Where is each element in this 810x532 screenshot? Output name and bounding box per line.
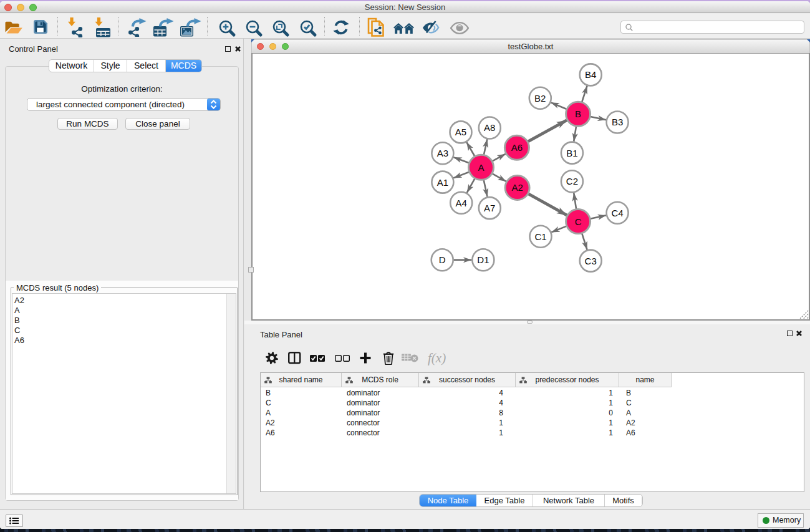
svg-text:B1: B1 xyxy=(566,148,577,158)
svg-text:B3: B3 xyxy=(612,117,623,127)
svg-text:A8: A8 xyxy=(484,122,495,133)
svg-text:f(x): f(x) xyxy=(428,351,446,365)
svg-text:A6: A6 xyxy=(511,142,523,153)
svg-text:A7: A7 xyxy=(484,203,495,213)
svg-text:A4: A4 xyxy=(456,198,467,208)
svg-text:C2: C2 xyxy=(566,176,578,186)
svg-text:C1: C1 xyxy=(534,231,546,242)
svg-text:C3: C3 xyxy=(585,256,597,266)
svg-text:B2: B2 xyxy=(534,93,546,104)
svg-text:B4: B4 xyxy=(585,69,596,80)
svg-text:B: B xyxy=(575,109,581,119)
svg-text:C: C xyxy=(575,216,582,227)
svg-text:A1: A1 xyxy=(437,177,448,188)
svg-text:A3: A3 xyxy=(437,148,448,158)
svg-text:A5: A5 xyxy=(455,127,466,137)
svg-text:A: A xyxy=(478,162,484,173)
svg-text:D: D xyxy=(439,254,446,265)
svg-text:C4: C4 xyxy=(612,208,624,218)
svg-text:D1: D1 xyxy=(477,254,489,265)
svg-text:A2: A2 xyxy=(511,182,523,193)
